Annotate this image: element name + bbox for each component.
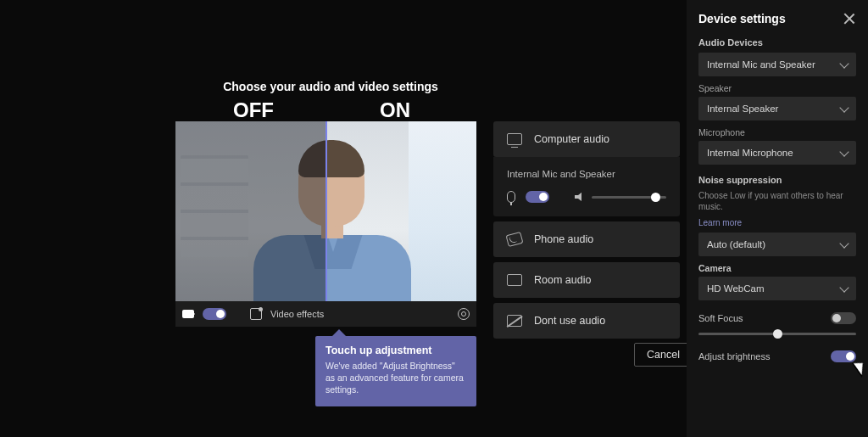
dropdown-value: Auto (default) <box>707 239 765 249</box>
noise-suppression-dropdown[interactable]: Auto (default) <box>698 233 856 256</box>
noise-suppression-label: Noise suppression <box>698 175 856 185</box>
microphone-label: Microphone <box>698 127 856 137</box>
microphone-dropdown[interactable]: Internal Microphone <box>698 141 856 165</box>
off-overlay <box>175 121 326 301</box>
speaker-dropdown[interactable]: Internal Speaker <box>698 97 856 120</box>
chevron-down-icon <box>839 147 849 156</box>
microphone-toggle[interactable] <box>526 191 549 203</box>
callout-body: We've added "Adjust Brightness" as an ad… <box>326 360 466 396</box>
no-audio-icon <box>507 315 522 327</box>
cancel-button[interactable]: Cancel <box>634 343 693 367</box>
callout-title: Touch up adjustment <box>326 345 466 356</box>
volume-thumb[interactable] <box>651 193 660 202</box>
touch-up-callout: Touch up adjustment We've added "Adjust … <box>315 336 476 406</box>
chevron-down-icon <box>839 103 849 112</box>
microphone-icon <box>507 191 515 203</box>
soft-focus-toggle[interactable] <box>831 312 856 324</box>
learn-more-link[interactable]: Learn more <box>698 218 742 227</box>
dropdown-value: Internal Mic and Speaker <box>707 59 815 70</box>
soft-focus-thumb[interactable] <box>773 329 782 339</box>
camera-label: Camera <box>698 263 856 273</box>
option-room-audio[interactable]: Room audio <box>493 262 680 298</box>
audio-devices-label: Audio Devices <box>698 37 856 48</box>
audio-devices-dropdown[interactable]: Internal Mic and Speaker <box>698 53 856 76</box>
camera-dropdown[interactable]: HD WebCam <box>698 277 856 300</box>
option-label: Room audio <box>534 274 591 286</box>
audio-options: Computer audio Internal Mic and Speaker … <box>493 121 680 344</box>
monitor-icon <box>507 133 522 145</box>
video-effects-button[interactable]: Video effects <box>270 309 324 319</box>
mic-speaker-title: Internal Mic and Speaker <box>507 157 666 179</box>
video-preview <box>175 121 476 301</box>
option-computer-audio[interactable]: Computer audio <box>493 121 680 157</box>
dropdown-value: HD WebCam <box>707 283 765 294</box>
soft-focus-slider[interactable] <box>698 333 856 335</box>
option-label: Dont use audio <box>534 315 605 327</box>
gear-icon[interactable] <box>458 308 470 320</box>
off-label: OFF <box>233 98 274 122</box>
split-divider <box>326 121 327 301</box>
close-icon[interactable] <box>843 12 856 25</box>
option-dont-use-audio[interactable]: Dont use audio <box>493 303 680 339</box>
chevron-down-icon <box>839 283 849 292</box>
page-title: Choose your audio and video settings <box>0 80 661 93</box>
chevron-down-icon <box>839 238 849 248</box>
volume-slider[interactable] <box>592 196 666 199</box>
video-effects-icon <box>250 308 262 320</box>
device-settings-panel: Device settings Audio Devices Internal M… <box>687 0 868 437</box>
option-phone-audio[interactable]: Phone audio <box>493 221 680 257</box>
panel-title: Device settings <box>698 12 786 25</box>
main-area: Choose your audio and video settings OFF… <box>0 0 687 437</box>
phone-icon <box>505 232 523 247</box>
adjust-brightness-label: Adjust brightness <box>698 351 770 361</box>
chevron-down-icon <box>839 59 849 68</box>
soft-focus-label: Soft Focus <box>698 313 743 323</box>
option-label: Computer audio <box>534 133 609 145</box>
adjust-brightness-toggle[interactable] <box>831 350 856 362</box>
preview-toolbar: Video effects <box>175 301 476 327</box>
on-label: ON <box>380 98 410 122</box>
mic-speaker-section: Internal Mic and Speaker <box>493 157 680 216</box>
noise-hint: Choose Low if you want others to hear mu… <box>698 190 856 212</box>
option-label: Phone audio <box>534 233 593 245</box>
camera-icon <box>182 310 194 318</box>
speaker-label: Speaker <box>698 83 856 93</box>
speaker-icon <box>575 193 581 201</box>
camera-toggle[interactable] <box>203 308 226 320</box>
dropdown-value: Internal Speaker <box>707 104 778 114</box>
dropdown-value: Internal Microphone <box>707 148 793 158</box>
room-icon <box>507 274 522 286</box>
